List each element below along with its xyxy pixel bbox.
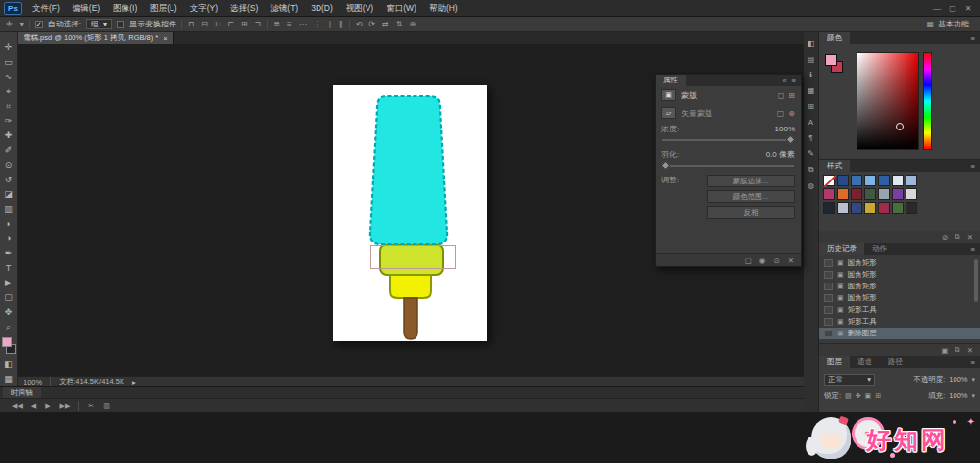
history-snapshot-box[interactable] (824, 330, 833, 337)
eraser-tool[interactable]: ◪ (1, 187, 17, 201)
pen-tool[interactable]: ✒ (1, 246, 17, 260)
scissors-icon[interactable]: ✂ (88, 402, 94, 410)
first-frame-button[interactable]: ◀◀ (12, 402, 23, 410)
history-item[interactable]: ▣ 圆角矩形 (819, 281, 980, 292)
style-swatch[interactable] (864, 175, 876, 186)
paragraph-panel-icon[interactable]: ¶ (808, 133, 812, 142)
distribute-icon-3[interactable]: ⋯ (298, 20, 308, 28)
new-style-icon[interactable]: ⧉ (955, 232, 959, 242)
path-select-tool[interactable]: ▶ (1, 276, 17, 289)
history-item[interactable]: ▣ 圆角矩形 (819, 269, 980, 281)
distribute-icon-6[interactable]: ∥ (338, 20, 344, 28)
align-left-icon[interactable]: ⊏ (226, 20, 235, 28)
tab-layers[interactable]: 图层 (819, 356, 850, 368)
collapse-icon[interactable]: « (782, 77, 786, 85)
lock-pixels-icon[interactable]: ▣ (865, 392, 872, 400)
history-item[interactable]: ▣ 矩形工具 (819, 304, 980, 316)
eyedropper-tool[interactable]: ✑ (1, 114, 17, 128)
notes-panel-icon[interactable]: ◍ (808, 181, 814, 190)
menu-help[interactable]: 帮助(H) (423, 0, 464, 16)
menu-select[interactable]: 选择(S) (224, 0, 264, 16)
feather-slider[interactable] (662, 165, 794, 167)
character-panel-icon[interactable]: A (808, 118, 813, 127)
load-selection-icon[interactable]: ▢ (745, 256, 752, 265)
clone-stamp-tool[interactable]: ⊙ (1, 158, 17, 172)
panel-menu-icon[interactable]: ≡ (971, 245, 975, 254)
prev-frame-button[interactable]: ◀ (31, 402, 36, 410)
maximize-button[interactable]: ▢ (945, 4, 960, 13)
tab-history[interactable]: 历史记录 (819, 243, 864, 255)
tab-actions[interactable]: 动作 (864, 243, 895, 255)
workspace-switcher[interactable]: ▦ 基本功能 (919, 19, 975, 29)
panel-menu-icon[interactable]: ≡ (971, 34, 975, 43)
opacity-value[interactable]: 100% (949, 375, 967, 384)
next-frame-button[interactable]: ▶▶ (60, 402, 71, 410)
mask-edge-button[interactable]: 蒙版边缘... (707, 175, 795, 187)
distribute-icon-4[interactable]: ⋮ (313, 20, 322, 28)
quick-select-tool[interactable]: ⌖ (1, 84, 17, 98)
close-button[interactable]: ✕ (960, 4, 976, 13)
adjustments-panel-icon[interactable]: ◧ (808, 39, 815, 48)
info-panel-icon[interactable]: ▤ (808, 55, 815, 64)
style-swatch[interactable] (878, 202, 890, 214)
clone-source-panel-icon[interactable]: ⧉ (808, 165, 814, 175)
align-bottom-icon[interactable]: ⊔ (214, 20, 221, 28)
panel-menu-icon[interactable]: ≡ (971, 162, 975, 171)
style-swatch[interactable] (851, 188, 862, 200)
align-right-icon[interactable]: ⊐ (254, 20, 263, 28)
panel-menu-icon[interactable]: ≡ (792, 77, 796, 85)
history-snapshot-box[interactable] (824, 259, 833, 267)
menu-layer[interactable]: 图层(L) (144, 0, 182, 16)
style-swatch[interactable] (906, 175, 917, 186)
play-button[interactable]: ▶ (45, 402, 50, 410)
document-tab[interactable]: 雪糕.psd @ 100% (矩形 1 拷贝, RGB/8) * × (18, 32, 174, 44)
hue-slider[interactable] (923, 52, 932, 150)
style-swatch[interactable] (837, 175, 849, 186)
style-swatch[interactable] (906, 202, 917, 214)
gradient-tool[interactable]: ▥ (1, 202, 17, 216)
new-snapshot-icon[interactable]: ⧉ (955, 345, 959, 355)
new-document-from-state-icon[interactable]: ▣ (941, 346, 948, 355)
brush-panel-icon[interactable]: ✎ (808, 149, 814, 158)
healing-brush-tool[interactable]: ✚ (1, 129, 17, 142)
foreground-color-swatch[interactable] (825, 54, 837, 66)
tool-preset-dropdown-icon[interactable]: ▾ (19, 20, 24, 28)
blend-mode-dropdown[interactable]: 正常 ▾ (824, 374, 875, 386)
chevron-down-icon[interactable]: ▾ (971, 376, 975, 384)
add-pixel-mask-icon-2[interactable]: ⊞ (788, 91, 795, 100)
menu-edit[interactable]: 编辑(E) (67, 0, 106, 16)
rotate-3d-icon[interactable]: ⟲ (355, 20, 364, 28)
delete-style-icon[interactable]: ✕ (967, 233, 973, 242)
style-swatch[interactable] (878, 188, 890, 200)
slide-3d-icon[interactable]: ⇅ (395, 20, 404, 28)
distribute-icon-2[interactable]: ≡ (286, 20, 293, 28)
align-vcenter-icon[interactable]: ⊟ (200, 20, 209, 28)
lock-all-icon[interactable]: ⊞ (875, 392, 881, 400)
histogram-panel-icon[interactable]: ▦ (808, 86, 815, 95)
feather-slider-knob[interactable] (662, 161, 671, 171)
color-range-button[interactable]: 颜色范围... (707, 190, 795, 203)
style-swatch[interactable] (892, 175, 904, 186)
style-swatch[interactable] (864, 202, 876, 214)
clear-style-icon[interactable]: ⊘ (942, 233, 948, 242)
saturation-brightness-field[interactable] (857, 52, 919, 150)
lock-transparency-icon[interactable]: ▨ (845, 392, 852, 400)
add-pixel-mask-icon[interactable]: ◻ (778, 91, 785, 100)
invert-button[interactable]: 反相 (707, 206, 795, 219)
history-item-selected[interactable]: ▣ 删除图层 (819, 328, 980, 339)
style-swatch[interactable] (823, 188, 835, 200)
history-snapshot-box[interactable] (824, 318, 833, 326)
align-hcenter-icon[interactable]: ⊞ (240, 20, 249, 28)
history-item[interactable]: ▣ 矩形工具 (819, 316, 980, 328)
properties-panel-icon[interactable]: ℹ (809, 71, 812, 79)
apply-mask-icon[interactable]: ◉ (760, 256, 766, 265)
style-swatch[interactable] (851, 202, 862, 214)
marquee-tool[interactable]: ▭ (1, 55, 17, 69)
align-top-icon[interactable]: ⊓ (187, 20, 195, 28)
zoom-tool[interactable]: ⌕ (1, 320, 17, 334)
history-snapshot-box[interactable] (824, 283, 833, 290)
history-item[interactable]: ▣ 圆角矩形 (819, 257, 980, 269)
lock-position-icon[interactable]: ✥ (856, 392, 861, 400)
style-swatch[interactable] (892, 188, 904, 200)
history-brush-tool[interactable]: ↺ (1, 173, 17, 186)
